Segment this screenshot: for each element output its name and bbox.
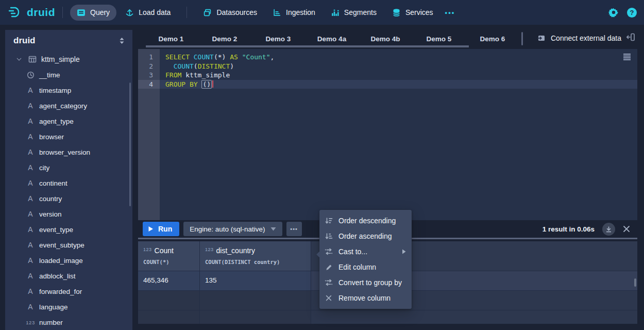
- import-data-icon: [537, 34, 546, 42]
- code-line-3[interactable]: 3FROM kttm_simple: [138, 71, 637, 80]
- sql-editor[interactable]: 1SELECT COUNT(*) AS "Count",2 COUNT(DIST…: [138, 49, 637, 220]
- tree-column-continent[interactable]: Acontinent: [5, 175, 132, 191]
- menu-item-cast-to[interactable]: Cast to...: [319, 244, 412, 259]
- sort-desc-icon: [325, 217, 333, 225]
- column-header-dist_country[interactable]: 123dist_countryCOUNT(DISTINCT country): [200, 241, 311, 271]
- tree-column-browser_version[interactable]: Abrowser_version: [5, 144, 132, 160]
- nav-item-load-data[interactable]: Load data: [118, 5, 177, 21]
- tree-column-agent_type[interactable]: Aagent_type: [5, 113, 132, 129]
- tab-strip: Demo 1Demo 2Demo 3Demo 4aDemo 4bDemo 5De…: [138, 30, 637, 47]
- nav-item-label: Ingestion: [286, 8, 315, 16]
- tree-item-label: country: [39, 195, 62, 203]
- schema-sort-icon[interactable]: [118, 37, 125, 44]
- navbar-divider: [187, 7, 187, 18]
- tree-item-label: agent_category: [39, 102, 87, 110]
- tree-item-label: number: [39, 319, 63, 326]
- tab-demo-4a[interactable]: Demo 4a: [305, 31, 359, 46]
- string-type-icon: A: [26, 287, 35, 295]
- tree-column-timestamp[interactable]: Atimestamp: [5, 82, 132, 98]
- tree-datasource-kttm_simple[interactable]: kttm_simple: [5, 52, 132, 67]
- table-cell[interactable]: [200, 310, 311, 324]
- tree-column-country[interactable]: Acountry: [5, 191, 132, 206]
- menu-item-order-descending[interactable]: Order descending: [319, 213, 412, 228]
- tree-item-label: kttm_simple: [41, 55, 80, 63]
- string-type-icon: A: [26, 194, 35, 203]
- tree-item-label: event_subtype: [39, 241, 84, 249]
- tree-item-label: __time: [39, 71, 60, 79]
- table-cell[interactable]: 135: [200, 271, 311, 291]
- nav-item-datasources[interactable]: Datasources: [196, 5, 264, 21]
- run-button[interactable]: Run: [143, 222, 179, 236]
- sidebar-scrollbar[interactable]: [129, 82, 131, 206]
- tab-demo-4b[interactable]: Demo 4b: [359, 31, 412, 46]
- tree-column-loaded_image[interactable]: Aloaded_image: [5, 253, 132, 268]
- edit-icon: [325, 263, 333, 271]
- code-text: FROM kttm_simple: [160, 71, 637, 80]
- tree-column-__time[interactable]: __time: [5, 67, 132, 82]
- table-cell[interactable]: [138, 291, 200, 310]
- code-text: COUNT(DISTINCT): [160, 62, 637, 71]
- nav-item-segments[interactable]: Segments: [324, 5, 383, 21]
- tree-column-event_subtype[interactable]: Aevent_subtype: [5, 237, 132, 253]
- tree-item-label: agent_type: [39, 118, 74, 125]
- tree-column-number[interactable]: 123number: [5, 315, 132, 330]
- tree-column-adblock_list[interactable]: Aadblock_list: [5, 268, 132, 284]
- tree-column-language[interactable]: Alanguage: [5, 299, 132, 315]
- tree-column-version[interactable]: Aversion: [5, 206, 132, 222]
- tab-demo-1[interactable]: Demo 1: [144, 31, 198, 46]
- table-cell[interactable]: [200, 291, 311, 310]
- tree-item-label: event_type: [39, 226, 73, 234]
- column-context-menu: Order descendingOrder ascendingCast to..…: [319, 210, 412, 309]
- nav-item-ingestion[interactable]: Ingestion: [266, 5, 322, 21]
- query-more-button[interactable]: •••: [286, 222, 302, 236]
- tabstrip-scrollbar[interactable]: [146, 45, 469, 47]
- open-panel-icon[interactable]: [626, 32, 635, 42]
- tree-item-label: version: [39, 210, 62, 218]
- menu-item-remove-column[interactable]: Remove column: [319, 290, 412, 306]
- table-cell[interactable]: 465,346: [138, 271, 200, 291]
- results-scrollbar[interactable]: [634, 278, 636, 287]
- tab-demo-2[interactable]: Demo 2: [198, 31, 251, 46]
- close-results-icon[interactable]: [623, 225, 630, 233]
- druid-logo[interactable]: druid: [7, 5, 55, 20]
- tree-column-agent_category[interactable]: Aagent_category: [5, 98, 132, 113]
- string-type-icon: A: [26, 163, 35, 172]
- code-text: SELECT COUNT(*) AS "Count",: [160, 53, 637, 62]
- code-line-1[interactable]: 1SELECT COUNT(*) AS "Count",: [138, 53, 637, 62]
- tree-column-forwarded_for[interactable]: Aforwarded_for: [5, 284, 132, 299]
- connect-external-data-button[interactable]: Connect external data: [533, 31, 625, 45]
- string-type-icon: A: [26, 148, 35, 156]
- code-line-2[interactable]: 2 COUNT(DISTINCT): [138, 62, 637, 71]
- line-number: 3: [138, 71, 160, 80]
- code-line-4[interactable]: 4GROUP BY (): [138, 80, 637, 89]
- column-header-Count[interactable]: 123CountCOUNT(*): [138, 241, 200, 271]
- tree-item-label: browser: [39, 133, 64, 141]
- menu-item-order-ascending[interactable]: Order ascending: [319, 228, 412, 244]
- editor-menu-icon[interactable]: [623, 53, 631, 61]
- settings-gear-icon[interactable]: [608, 7, 619, 18]
- string-type-icon: A: [26, 179, 35, 187]
- tab-demo-6[interactable]: Demo 6: [466, 31, 519, 46]
- tree-item-label: city: [39, 164, 49, 172]
- menu-item-edit-column[interactable]: Edit column: [319, 259, 412, 275]
- tree-column-event_type[interactable]: Aevent_type: [5, 222, 132, 237]
- menu-item-convert-to-group-by[interactable]: Convert to group by: [319, 275, 412, 290]
- engine-select[interactable]: Engine: auto (sql-native): [183, 222, 282, 236]
- tree-column-city[interactable]: Acity: [5, 160, 132, 175]
- nav-item-query[interactable]: Query: [70, 5, 116, 21]
- string-type-icon: A: [26, 256, 35, 265]
- tab-demo-3[interactable]: Demo 3: [251, 31, 305, 46]
- connect-external-data-label: Connect external data: [551, 34, 621, 42]
- schema-tree: kttm_simple__timeAtimestampAagent_catego…: [5, 52, 132, 330]
- string-type-icon: A: [26, 303, 35, 311]
- navbar-more-button[interactable]: •••: [440, 6, 461, 20]
- tree-column-browser[interactable]: Abrowser: [5, 129, 132, 144]
- help-icon[interactable]: ?: [627, 8, 637, 18]
- tab-demo-5[interactable]: Demo 5: [412, 31, 466, 46]
- chevron-down-icon[interactable]: [14, 56, 24, 62]
- tree-item-label: loaded_image: [39, 257, 83, 265]
- number-type-icon: 123: [26, 320, 35, 325]
- download-icon[interactable]: [602, 223, 615, 236]
- nav-item-services[interactable]: Services: [385, 5, 440, 21]
- table-cell[interactable]: [138, 310, 200, 324]
